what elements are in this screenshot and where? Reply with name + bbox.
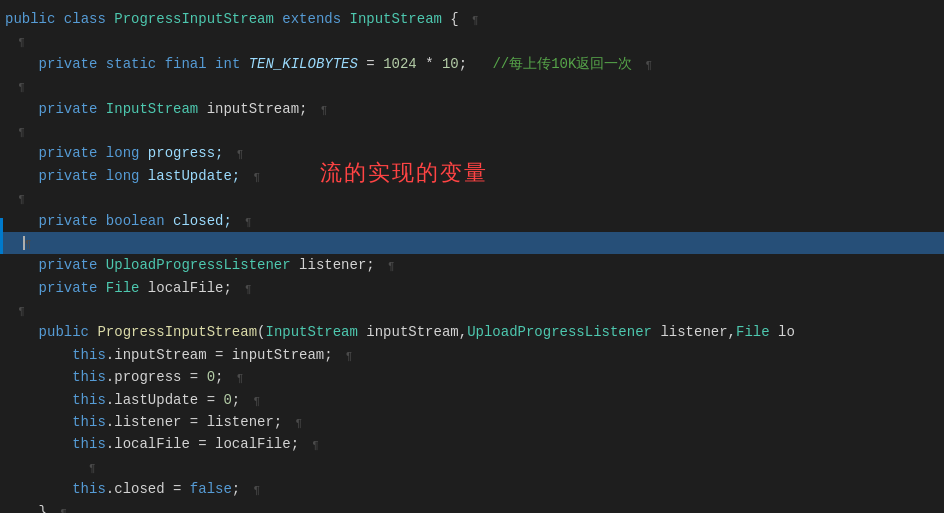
line-content-12: private UploadProgressListener listener;… [0, 254, 944, 276]
code-line-23: } ¶ [0, 501, 944, 513]
line-content-9: ¶ [0, 187, 944, 209]
code-line-5: private InputStream inputStream; ¶ [0, 98, 944, 120]
code-line-2: ¶ [0, 30, 944, 52]
line-content-1: public class ProgressInputStream extends… [0, 8, 944, 30]
line-content-13: private File localFile; ¶ [0, 277, 944, 299]
line-content-15: public ProgressInputStream(InputStream i… [0, 321, 944, 343]
code-line-20: this.localFile = localFile; ¶ [0, 433, 944, 455]
line-content-16: this.inputStream = inputStream; ¶ [0, 344, 944, 366]
line-content-17: this.progress = 0; ¶ [0, 366, 944, 388]
code-line-9: ¶ [0, 187, 944, 209]
line-content-4: ¶ [0, 75, 944, 97]
code-line-18: this.lastUpdate = 0; ¶ [0, 389, 944, 411]
line-content-22: this.closed = false; ¶ [0, 478, 944, 500]
line-content-20: this.localFile = localFile; ¶ [0, 433, 944, 455]
code-line-12: private UploadProgressListener listener;… [0, 254, 944, 276]
code-line-13: private File localFile; ¶ [0, 277, 944, 299]
line-content-6: ¶ [0, 120, 944, 142]
line-content-14: ¶ [0, 299, 944, 321]
code-line-21: ¶ [0, 456, 944, 478]
line-content-7: private long progress; ¶ [0, 142, 944, 164]
line-content-8: private long lastUpdate; ¶ [0, 165, 944, 187]
code-line-10: private boolean closed; ¶ [0, 210, 944, 232]
code-line-cursor: ¶ [0, 232, 944, 254]
code-line-7: private long progress; ¶ [0, 142, 944, 164]
code-line-15: public ProgressInputStream(InputStream i… [0, 321, 944, 343]
code-line-3: private static final int TEN_KILOBYTES =… [0, 53, 944, 75]
line-content-cursor: ¶ [0, 232, 944, 254]
line-content-10: private boolean closed; ¶ [0, 210, 944, 232]
line-content-5: private InputStream inputStream; ¶ [0, 98, 944, 120]
code-line-6: ¶ [0, 120, 944, 142]
code-line-1: public class ProgressInputStream extends… [0, 8, 944, 30]
code-editor: 流的实现的变量 public class ProgressInputStream… [0, 0, 944, 513]
line-content-3: private static final int TEN_KILOBYTES =… [0, 53, 944, 75]
line-content-23: } ¶ [0, 501, 944, 513]
line-content-21: ¶ [0, 456, 944, 478]
code-line-17: this.progress = 0; ¶ [0, 366, 944, 388]
line-content-18: this.lastUpdate = 0; ¶ [0, 389, 944, 411]
code-line-8: private long lastUpdate; ¶ [0, 165, 944, 187]
code-line-19: this.listener = listener; ¶ [0, 411, 944, 433]
code-line-4: ¶ [0, 75, 944, 97]
line-content-2: ¶ [0, 30, 944, 52]
code-line-22: this.closed = false; ¶ [0, 478, 944, 500]
code-line-14: ¶ [0, 299, 944, 321]
code-line-16: this.inputStream = inputStream; ¶ [0, 344, 944, 366]
line-content-19: this.listener = listener; ¶ [0, 411, 944, 433]
